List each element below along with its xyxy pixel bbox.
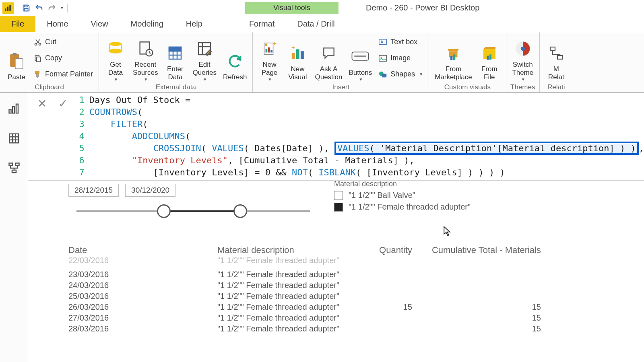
contextual-tab-label: Visual tools bbox=[245, 2, 339, 14]
date-slicer[interactable]: 28/12/2015 30/12/2020 bbox=[68, 184, 318, 212]
formula-bar: ✕ ✓ 1Days Out Of Stock = 2COUNTROWS( 3 F… bbox=[28, 93, 644, 181]
svg-point-13 bbox=[109, 49, 122, 53]
svg-rect-27 bbox=[301, 51, 304, 59]
ribbon-body: Paste Cut Copy Format Painter Clipboard bbox=[0, 32, 644, 93]
copy-icon bbox=[34, 54, 42, 62]
enter-data-button[interactable]: Enter Data bbox=[163, 35, 188, 82]
paste-button[interactable]: Paste bbox=[4, 35, 29, 82]
tab-data-drill[interactable]: Data / Drill bbox=[286, 16, 346, 32]
group-custom-visuals: From Marketplace From File Custom visual… bbox=[429, 32, 506, 92]
svg-text:✦: ✦ bbox=[291, 45, 296, 51]
material-option-2[interactable]: "1 1/2"" Female threaded adupter" bbox=[334, 202, 471, 212]
copy-button[interactable]: Copy bbox=[32, 52, 95, 65]
save-icon[interactable] bbox=[21, 2, 32, 14]
get-data-button[interactable]: Get Data▼ bbox=[103, 35, 128, 82]
table-row[interactable]: 22/03/2016"1 1/2"" Female threaded adupt… bbox=[68, 255, 564, 266]
textbox-button[interactable]: A Text box bbox=[377, 36, 425, 49]
tab-format[interactable]: Format bbox=[238, 16, 286, 32]
date-from-input[interactable]: 28/12/2015 bbox=[68, 184, 119, 197]
date-slider-track[interactable] bbox=[76, 210, 310, 212]
ribbon-tabs: File Home View Modeling Help Format Data… bbox=[0, 16, 644, 32]
manage-relationships-button[interactable]: M Relat bbox=[544, 35, 569, 82]
data-table[interactable]: Date Material description Quantity Cumul… bbox=[68, 245, 564, 334]
report-canvas[interactable]: 28/12/2015 30/12/2020 Material descripti… bbox=[28, 181, 644, 362]
image-icon bbox=[378, 54, 387, 62]
group-insert: ✦ New Page▼ ✦ New Visual Ask A Question … bbox=[253, 32, 429, 92]
table-row[interactable]: 23/03/2016"1 1/2"" Female threaded adupt… bbox=[68, 269, 564, 280]
data-view-icon[interactable] bbox=[5, 130, 23, 147]
recent-sources-button[interactable]: Recent Sources▼ bbox=[131, 35, 159, 82]
image-button[interactable]: Image bbox=[377, 52, 425, 65]
svg-point-43 bbox=[521, 46, 525, 51]
svg-rect-47 bbox=[12, 107, 14, 113]
tab-file[interactable]: File bbox=[0, 16, 35, 32]
tab-home[interactable]: Home bbox=[35, 16, 79, 32]
svg-point-12 bbox=[109, 42, 122, 46]
brush-icon bbox=[34, 70, 42, 78]
svg-rect-40 bbox=[487, 56, 489, 60]
svg-rect-37 bbox=[450, 56, 452, 60]
refresh-button[interactable]: Refresh bbox=[221, 35, 249, 82]
new-visual-button[interactable]: ✦ New Visual bbox=[285, 35, 310, 82]
svg-text:✦: ✦ bbox=[272, 41, 277, 47]
format-painter-button[interactable]: Format Painter bbox=[32, 68, 95, 81]
svg-text:A: A bbox=[381, 39, 384, 44]
buttons-button[interactable]: Buttons▼ bbox=[347, 35, 374, 82]
tab-modeling[interactable]: Modeling bbox=[120, 16, 175, 32]
redo-icon[interactable] bbox=[46, 2, 58, 14]
undo-icon[interactable] bbox=[33, 2, 45, 14]
document-title: Demo - 260 - Power BI Desktop bbox=[366, 3, 479, 12]
cut-button[interactable]: Cut bbox=[32, 36, 95, 49]
from-file-button[interactable]: From File bbox=[477, 35, 502, 82]
scissors-icon bbox=[34, 38, 42, 46]
tab-help[interactable]: Help bbox=[175, 16, 214, 32]
material-slicer[interactable]: Material description "1 1/2"" Ball Valve… bbox=[334, 181, 471, 214]
table-row[interactable]: 28/03/2016"1 1/2"" Female threaded adupt… bbox=[68, 323, 564, 334]
view-rail bbox=[0, 93, 28, 362]
svg-rect-3 bbox=[24, 5, 27, 7]
from-marketplace-button[interactable]: From Marketplace bbox=[433, 35, 474, 82]
svg-rect-51 bbox=[15, 163, 19, 166]
material-slicer-title: Material description bbox=[334, 181, 471, 188]
svg-rect-46 bbox=[9, 110, 11, 113]
checkbox-icon[interactable] bbox=[334, 203, 343, 212]
date-to-input[interactable]: 30/12/2020 bbox=[125, 184, 175, 197]
svg-rect-45 bbox=[557, 56, 562, 59]
svg-rect-0 bbox=[5, 8, 6, 11]
shapes-button[interactable]: Shapes▼ bbox=[377, 68, 425, 81]
edit-queries-button[interactable]: Edit Queries▼ bbox=[191, 35, 218, 82]
table-row[interactable]: 24/03/2016"1 1/2"" Female threaded adupt… bbox=[68, 280, 564, 291]
slider-handle-right[interactable] bbox=[233, 204, 247, 218]
svg-point-20 bbox=[265, 43, 267, 46]
svg-rect-22 bbox=[268, 47, 270, 53]
slider-handle-left[interactable] bbox=[157, 204, 171, 218]
svg-rect-4 bbox=[24, 8, 28, 10]
material-option-1[interactable]: "1 1/2"" Ball Valve" bbox=[334, 191, 471, 200]
svg-rect-2 bbox=[9, 5, 10, 11]
ask-a-question-button[interactable]: Ask A Question bbox=[313, 35, 344, 82]
textbox-icon: A bbox=[378, 38, 387, 46]
model-view-icon[interactable] bbox=[5, 159, 23, 177]
svg-rect-50 bbox=[9, 163, 12, 166]
svg-rect-32 bbox=[379, 55, 386, 61]
new-page-button[interactable]: ✦ New Page▼ bbox=[257, 35, 282, 82]
svg-rect-6 bbox=[13, 53, 17, 56]
svg-rect-35 bbox=[382, 74, 386, 77]
formula-cancel-button[interactable]: ✕ bbox=[33, 95, 50, 112]
group-clipboard: Paste Cut Copy Format Painter Clipboard bbox=[0, 32, 99, 92]
group-themes: Switch Theme▼ Themes bbox=[506, 32, 540, 92]
table-row[interactable]: 25/03/2016"1 1/2"" Female threaded adupt… bbox=[68, 291, 564, 302]
formula-editor[interactable]: 1Days Out Of Stock = 2COUNTROWS( 3 FILTE… bbox=[77, 93, 644, 180]
formula-commit-button[interactable]: ✓ bbox=[54, 95, 71, 112]
checkbox-icon[interactable] bbox=[334, 191, 343, 200]
report-view-icon[interactable] bbox=[5, 100, 23, 117]
switch-theme-button[interactable]: Switch Theme▼ bbox=[510, 35, 535, 82]
table-row[interactable]: 27/03/2016"1 1/2"" Female threaded adupt… bbox=[68, 313, 564, 323]
table-row[interactable]: 26/03/2016"1 1/2"" Female threaded adupt… bbox=[68, 302, 564, 313]
qat-dropdown-icon[interactable]: ▼ bbox=[60, 6, 64, 10]
svg-rect-17 bbox=[169, 47, 181, 51]
svg-rect-26 bbox=[296, 49, 299, 59]
tab-view[interactable]: View bbox=[80, 16, 120, 32]
group-external-data: Get Data▼ Recent Sources▼ Enter Data Edi… bbox=[99, 32, 253, 92]
svg-rect-1 bbox=[7, 6, 8, 11]
